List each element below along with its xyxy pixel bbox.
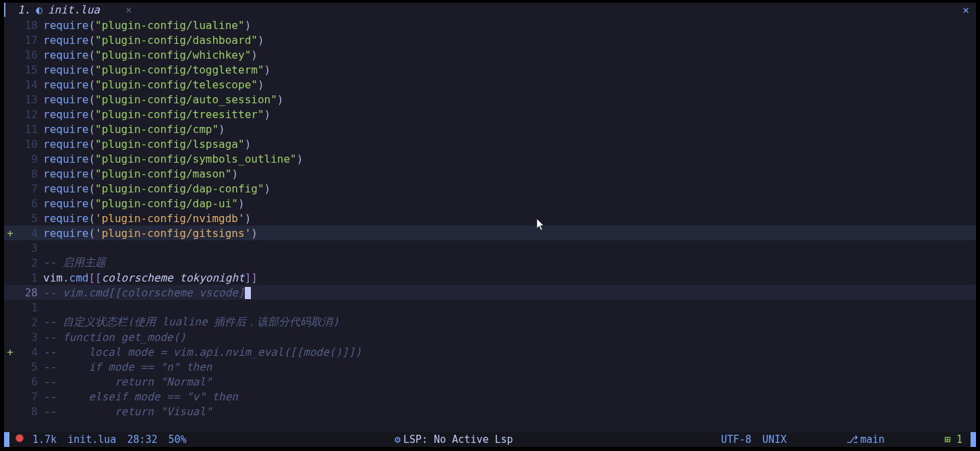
line-content: -- vim.cmd[[colorscheme vscode] [43, 286, 251, 299]
line-number: 8 [16, 405, 43, 418]
code-line[interactable]: 9require("plugin-config/symbols_outline"… [4, 151, 976, 166]
lsp-status: ⚙LSP: No Active Lsp [192, 433, 716, 446]
line-content: require("plugin-config/treesitter") [43, 108, 270, 121]
code-line[interactable]: +4-- local mode = vim.api.nvim_eval([[mo… [4, 344, 976, 359]
code-line[interactable]: 7require("plugin-config/dap-config") [4, 181, 976, 196]
line-number: 11 [16, 123, 43, 136]
line-content: require("plugin-config/dashboard") [43, 34, 264, 47]
line-content: require('plugin-config/gitsigns') [43, 227, 258, 240]
editor-window: 1. ◐ init.lua × ✕ 18require("plugin-conf… [4, 3, 976, 447]
line-number: 2 [16, 316, 43, 329]
line-content: -- 自定义状态栏(使用 lualine 插件后，该部分代码取消) [43, 315, 339, 329]
code-line[interactable]: 2-- 启用主题 [4, 255, 976, 270]
line-content: vim.cmd[[colorscheme tokyonight]] [43, 271, 258, 284]
line-number: 13 [16, 93, 43, 106]
tab-filename: init.lua [48, 3, 100, 16]
gutter-sign: + [4, 227, 16, 240]
line-content: require("plugin-config/whichkey") [43, 49, 258, 61]
tab-index: 1. [18, 3, 30, 16]
gear-icon: ⚙ [395, 433, 401, 446]
lsp-text: LSP: No Active Lsp [403, 433, 513, 446]
code-line[interactable]: 3-- function get_mode() [4, 329, 976, 344]
status-line: 1.7k init.lua 28:32 50% ⚙LSP: No Active … [4, 432, 976, 447]
line-number: 5 [16, 212, 43, 225]
mode-indicator [4, 432, 9, 447]
code-line[interactable]: 6require("plugin-config/dap-ui") [4, 196, 976, 211]
code-line[interactable]: +4require('plugin-config/gitsigns') [4, 226, 976, 240]
line-content: require("plugin-config/dap-config") [43, 182, 270, 195]
code-line[interactable]: 8require("plugin-config/mason") [4, 166, 976, 181]
code-line[interactable]: 3 [4, 240, 976, 255]
line-number: 7 [16, 182, 43, 195]
line-number: 6 [16, 375, 43, 388]
tab-init-lua[interactable]: 1. ◐ init.lua × [4, 3, 139, 17]
line-content: -- 启用主题 [43, 256, 106, 270]
line-content: require("plugin-config/symbols_outline") [43, 153, 303, 165]
file-size: 1.7k [27, 433, 62, 446]
svg-point-0 [16, 434, 24, 442]
diff-add-count: 1 [956, 433, 962, 446]
status-filename: init.lua [62, 433, 121, 446]
code-line[interactable]: 15require("plugin-config/toggleterm") [4, 62, 976, 77]
branch-icon: ⎇ [846, 433, 858, 446]
line-number: 10 [16, 138, 43, 151]
line-content: require("plugin-config/cmp") [43, 123, 225, 136]
code-line[interactable]: 17require("plugin-config/dashboard") [4, 32, 976, 47]
line-number: 15 [16, 63, 43, 76]
line-number: 1 [16, 301, 43, 314]
line-content: require("plugin-config/dap-ui") [43, 197, 245, 210]
cursor-position: 28:32 [121, 433, 163, 446]
line-content: require("plugin-config/lspsaga") [43, 138, 251, 151]
line-content: -- local mode = vim.api.nvim_eval([[mode… [43, 346, 362, 359]
line-number: 18 [16, 19, 43, 32]
code-line[interactable]: 12require("plugin-config/treesitter") [4, 107, 976, 122]
code-line[interactable]: 2-- 自定义状态栏(使用 lualine 插件后，该部分代码取消) [4, 315, 976, 329]
line-content: -- return "Visual" [43, 405, 212, 418]
code-line[interactable]: 14require("plugin-config/telescope") [4, 77, 976, 92]
close-icon[interactable]: × [125, 3, 132, 16]
code-line[interactable]: 7-- elseif mode == "v" then [4, 389, 976, 404]
branch-name: main [861, 433, 885, 446]
text-cursor [245, 287, 251, 299]
line-content: require('plugin-config/nvimgdb') [43, 212, 251, 225]
line-number: 14 [16, 78, 43, 91]
line-number: 12 [16, 108, 43, 121]
code-line[interactable]: 18require("plugin-config/lualine") [4, 18, 976, 32]
line-number: 16 [16, 49, 43, 61]
code-line[interactable]: 5-- if mode == "n" then [4, 359, 976, 374]
code-line[interactable]: 10require("plugin-config/lspsaga") [4, 136, 976, 151]
close-all-icon[interactable]: ✕ [962, 3, 969, 16]
code-line[interactable]: 13require("plugin-config/auto_session") [4, 92, 976, 107]
line-content: -- elseif mode == "v" then [43, 390, 238, 403]
line-number: 8 [16, 167, 43, 180]
line-number: 4 [16, 227, 43, 240]
scroll-percent: 50% [163, 433, 192, 446]
code-line[interactable]: 6-- return "Normal" [4, 374, 976, 389]
code-line[interactable]: 5require('plugin-config/nvimgdb') [4, 211, 976, 226]
code-line[interactable]: 11require("plugin-config/cmp") [4, 122, 976, 136]
gutter-sign: + [4, 346, 16, 359]
line-content: -- return "Normal" [43, 375, 212, 388]
line-content: require("plugin-config/auto_session") [43, 93, 283, 106]
line-number: 28 [16, 286, 43, 299]
code-line[interactable]: 1 [4, 300, 976, 315]
os-icon [9, 433, 27, 446]
line-number: 1 [16, 271, 43, 284]
line-number: 5 [16, 361, 43, 373]
code-line[interactable]: 28-- vim.cmd[[colorscheme vscode] [4, 285, 976, 300]
file-format: UNIX [757, 433, 792, 446]
lua-file-icon: ◐ [36, 3, 42, 16]
code-line[interactable]: 1vim.cmd[[colorscheme tokyonight]] [4, 270, 976, 285]
code-line[interactable]: 16require("plugin-config/whichkey") [4, 47, 976, 62]
plus-icon: ⊞ [944, 433, 950, 446]
encoding: UTF-8 [716, 433, 757, 446]
code-line[interactable]: 8-- return "Visual" [4, 404, 976, 419]
line-number: 3 [16, 242, 43, 255]
line-number: 4 [16, 346, 43, 359]
line-number: 3 [16, 331, 43, 344]
code-area[interactable]: 18require("plugin-config/lualine")17requ… [4, 18, 976, 432]
line-number: 7 [16, 390, 43, 403]
line-number: 9 [16, 153, 43, 165]
line-content: -- function get_mode() [43, 331, 186, 344]
line-number: 17 [16, 34, 43, 47]
